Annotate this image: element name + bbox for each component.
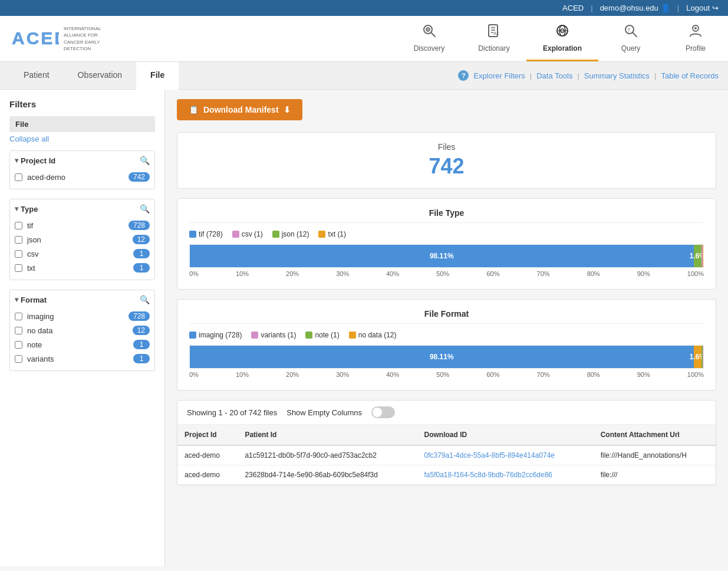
nav-item-exploration[interactable]: Exploration bbox=[526, 16, 598, 61]
tab-patient[interactable]: Patient bbox=[9, 62, 64, 90]
filter-group-header: File bbox=[9, 116, 155, 132]
legend-dot-note bbox=[305, 332, 312, 339]
nav-items: Discovery Az Dictionary Exploration ? Qu… bbox=[397, 16, 728, 61]
checkbox-note[interactable] bbox=[15, 341, 22, 349]
checkbox-csv[interactable] bbox=[15, 250, 22, 258]
filter-section-format: ▾ Format 🔍 imaging 728 no data 12 note 1 bbox=[9, 290, 155, 371]
checkbox-nodata[interactable] bbox=[15, 327, 22, 334]
tab-links: ? Explorer Filters | Data Tools | Summar… bbox=[458, 70, 719, 81]
checkbox-tif[interactable] bbox=[15, 222, 22, 229]
checkbox-imaging[interactable] bbox=[15, 313, 22, 320]
profile-icon bbox=[688, 23, 703, 42]
filter-row-nodata: no data 12 bbox=[15, 323, 150, 337]
file-format-bar: 98.11% 1.6% bbox=[189, 345, 704, 369]
logout-button[interactable]: Logout ↪ bbox=[686, 4, 719, 12]
search-icon-format[interactable]: 🔍 bbox=[140, 295, 150, 304]
nav-item-dictionary[interactable]: Az Dictionary bbox=[462, 16, 526, 61]
filter-label-note: note bbox=[27, 340, 129, 349]
user-email-link[interactable]: demo@ohsu.edu 👤 bbox=[600, 4, 670, 12]
filter-section-projectid: ▾ Project Id 🔍 aced-demo 742 bbox=[9, 150, 155, 189]
bar-txt bbox=[703, 245, 703, 267]
legend-label-tif: tif (728) bbox=[199, 230, 223, 238]
svg-text:Az: Az bbox=[493, 31, 499, 36]
svg-line-3 bbox=[431, 32, 435, 37]
svg-line-17 bbox=[633, 32, 637, 37]
filter-count-tif: 728 bbox=[129, 221, 150, 230]
col-patient-id: Patient Id bbox=[238, 425, 417, 445]
legend-variants: variants (1) bbox=[251, 331, 296, 339]
bar-axis-file-type: 0% 10% 20% 30% 40% 50% 60% 70% 80% 90% 1… bbox=[189, 270, 704, 277]
nav-item-query-label: Query bbox=[621, 44, 641, 52]
checkbox-txt[interactable] bbox=[15, 264, 22, 272]
checkbox-aced-demo[interactable] bbox=[15, 173, 22, 181]
showing-text: Showing 1 - 20 of 742 files bbox=[187, 408, 277, 417]
filter-row-variants: variants 1 bbox=[15, 352, 150, 366]
legend-label-nodata: no data (12) bbox=[358, 331, 397, 339]
show-empty-columns-toggle[interactable] bbox=[371, 406, 395, 418]
file-type-bar: 98.11% 1.6% bbox=[189, 244, 704, 268]
col-project-id: Project Id bbox=[177, 425, 238, 445]
table-of-records-link[interactable]: Table of Records bbox=[661, 71, 719, 80]
filter-label-aced-demo: aced-demo bbox=[27, 173, 124, 182]
toggle-knob bbox=[373, 408, 382, 417]
table-row: aced-demo 23628bd4-714e-5e90-86ab-609bc5… bbox=[177, 465, 716, 485]
bar-nodata: 1.6% bbox=[694, 346, 702, 368]
nav-item-profile[interactable]: Profile bbox=[663, 16, 728, 61]
bar-imaging: 98.11% bbox=[190, 346, 694, 368]
query-icon: ? bbox=[623, 23, 638, 42]
table-section: Showing 1 - 20 of 742 files Show Empty C… bbox=[177, 400, 716, 485]
tab-row: Patient Observation File ? Explorer Filt… bbox=[0, 62, 728, 90]
filter-row-note: note 1 bbox=[15, 337, 150, 352]
filter-label-nodata: no data bbox=[27, 326, 128, 335]
explorer-filters-link[interactable]: Explorer Filters bbox=[473, 71, 525, 80]
nav-item-profile-label: Profile bbox=[686, 44, 706, 52]
files-count: 742 bbox=[189, 154, 704, 179]
filter-row-imaging: imaging 728 bbox=[15, 309, 150, 323]
nav-item-discovery[interactable]: Discovery bbox=[397, 16, 462, 61]
nav-bar: ACED ACED INTERNATIONALALLIANCE FORCANCE… bbox=[0, 16, 728, 62]
user-icon: 👤 bbox=[661, 4, 670, 12]
chevron-type: ▾ bbox=[15, 205, 18, 213]
tab-observation[interactable]: Observation bbox=[64, 62, 136, 90]
summary-statistics-link[interactable]: Summary Statistics bbox=[584, 71, 650, 80]
app-name: ACED bbox=[562, 4, 584, 12]
collapse-all-link[interactable]: Collapse all bbox=[9, 134, 155, 143]
help-icon[interactable]: ? bbox=[458, 70, 469, 81]
legend-csv: csv (1) bbox=[232, 230, 263, 238]
checkbox-variants[interactable] bbox=[15, 355, 22, 363]
filter-label-variants: variants bbox=[27, 355, 129, 363]
logo-area: ACED ACED INTERNATIONALALLIANCE FORCANCE… bbox=[0, 19, 165, 58]
col-content-url: Content Attachment Url bbox=[594, 425, 716, 445]
cell-download-id[interactable]: 0fc379a1-4dce-55a4-8bf5-894e414a074e bbox=[417, 445, 594, 465]
exploration-icon bbox=[555, 23, 570, 42]
legend-nodata: no data (12) bbox=[349, 331, 397, 339]
sep1: | bbox=[530, 71, 532, 80]
download-manifest-button[interactable]: 📋 Download Manifest ⬇ bbox=[177, 99, 302, 120]
filter-label-imaging: imaging bbox=[27, 312, 124, 321]
filter-section-type: ▾ Type 🔍 tif 728 json 12 csv 1 bbox=[9, 199, 155, 280]
checkbox-json[interactable] bbox=[15, 236, 22, 244]
filter-count-imaging: 728 bbox=[129, 311, 150, 321]
records-table: Project Id Patient Id Download ID Conten… bbox=[177, 425, 716, 485]
search-icon-type[interactable]: 🔍 bbox=[140, 204, 150, 214]
file-type-legend: tif (728) csv (1) json (12) txt (1) bbox=[189, 230, 704, 238]
col-download-id: Download ID bbox=[417, 425, 594, 445]
search-icon-projectid[interactable]: 🔍 bbox=[140, 156, 150, 165]
legend-label-imaging: imaging (728) bbox=[199, 331, 242, 339]
download-icon: 📋 bbox=[189, 105, 199, 114]
filter-section-type-title: ▾ Type bbox=[15, 205, 38, 214]
chevron-projectid: ▾ bbox=[15, 156, 18, 165]
legend-dot-txt bbox=[318, 231, 325, 238]
cell-download-id[interactable]: fa5f0a18-f164-5c8d-9bdb-76db2cc6de86 bbox=[417, 465, 594, 485]
legend-label-variants: variants (1) bbox=[261, 331, 296, 339]
chevron-format: ▾ bbox=[15, 296, 18, 304]
tab-file[interactable]: File bbox=[136, 62, 179, 90]
legend-label-json: json (12) bbox=[282, 230, 309, 238]
nav-item-query[interactable]: ? Query bbox=[598, 16, 663, 61]
filter-row-txt: txt 1 bbox=[15, 261, 150, 275]
filter-row-tif: tif 728 bbox=[15, 218, 150, 232]
data-tools-link[interactable]: Data Tools bbox=[536, 71, 572, 80]
nav-item-discovery-label: Discovery bbox=[414, 44, 445, 52]
filter-row-json: json 12 bbox=[15, 232, 150, 247]
main-layout: Filters File Collapse all ▾ Project Id 🔍… bbox=[0, 90, 728, 566]
